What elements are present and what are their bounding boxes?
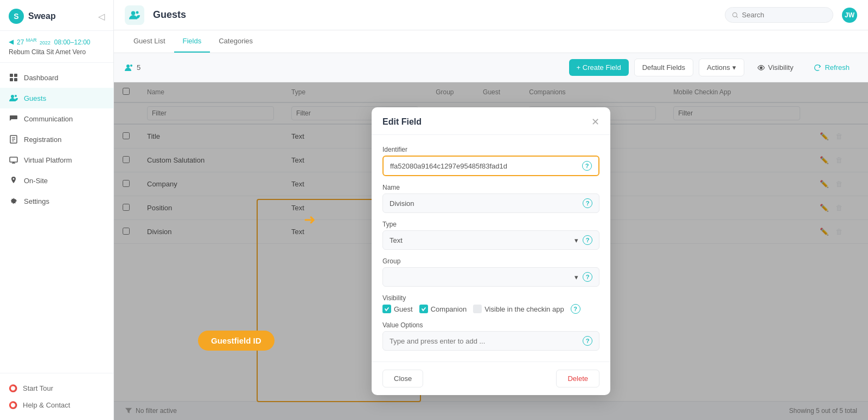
tabs-area: Guest List Fields Categories xyxy=(114,30,868,53)
identifier-group: Identifier ? xyxy=(382,146,599,176)
logo-text: Sweap xyxy=(28,11,56,21)
checkin-checkbox[interactable] xyxy=(473,305,482,313)
type-select[interactable]: Text ▾ ? xyxy=(382,230,599,250)
sidebar-logo: S Sweap xyxy=(9,9,56,24)
visibility-group: Visibility Guest xyxy=(382,294,599,314)
refresh-icon xyxy=(814,64,821,72)
svg-rect-2 xyxy=(10,78,13,81)
guest-count: 5 xyxy=(125,63,141,72)
modal-footer: Close Delete xyxy=(372,361,610,395)
sidebar-item-label: Communication xyxy=(24,115,73,123)
sidebar-back-button[interactable]: ◀ 27 MAR 2022 08:00–12:00 xyxy=(9,37,105,46)
default-fields-button[interactable]: Default Fields xyxy=(634,59,693,76)
sidebar-item-label: Settings xyxy=(24,197,49,205)
type-value: Text xyxy=(390,236,403,244)
sidebar-item-label: On-Site xyxy=(24,177,48,185)
checkin-checkbox-label[interactable]: Visible in the checkin app xyxy=(473,305,564,313)
top-header: Guests JW xyxy=(114,0,868,30)
toolbar: 5 + Create Field Default Fields Actions … xyxy=(114,53,868,82)
identifier-help-icon[interactable]: ? xyxy=(582,161,592,171)
tab-guest-list[interactable]: Guest List xyxy=(125,30,174,53)
svg-point-18 xyxy=(130,64,132,67)
sidebar-item-on-site[interactable]: On-Site xyxy=(0,170,113,191)
guestfield-id-badge[interactable]: Guestfield ID xyxy=(198,331,275,351)
create-field-button[interactable]: + Create Field xyxy=(569,59,629,76)
value-options-field: ? xyxy=(382,331,599,351)
close-modal-button[interactable]: Close xyxy=(382,370,423,387)
start-tour-button[interactable]: ⭕ Start Tour xyxy=(9,380,105,397)
logo-icon: S xyxy=(9,9,24,24)
search-input[interactable] xyxy=(742,11,826,19)
modal-overlay[interactable]: Edit Field ✕ Identifier ? Name xyxy=(114,82,868,420)
name-help-icon[interactable]: ? xyxy=(583,198,592,208)
help-icon: ⭕ xyxy=(9,401,17,409)
modal-title: Edit Field xyxy=(382,117,422,127)
chevron-down-icon: ▾ xyxy=(575,236,578,244)
sidebar-collapse-button[interactable]: ◁ xyxy=(98,11,105,22)
sidebar-item-label: Dashboard xyxy=(24,74,59,82)
event-name: Rebum Clita Sit Amet Vero xyxy=(9,48,105,56)
companion-checkbox[interactable] xyxy=(419,305,428,313)
name-group: Name ? xyxy=(382,184,599,213)
delete-field-button[interactable]: Delete xyxy=(556,370,599,387)
actions-button[interactable]: Actions ▾ xyxy=(699,59,744,76)
group-label: Group xyxy=(382,257,599,265)
svg-line-16 xyxy=(736,16,738,17)
sidebar: S Sweap ◁ ◀ 27 MAR 2022 08:00–12:00 Rebu… xyxy=(0,0,114,420)
guest-checkbox-text: Guest xyxy=(394,305,413,313)
identifier-label: Identifier xyxy=(382,146,599,153)
visibility-help-icon[interactable]: ? xyxy=(571,304,580,314)
sidebar-item-label: Virtual Platform xyxy=(24,156,72,164)
refresh-button[interactable]: Refresh xyxy=(806,59,857,76)
guest-count-icon xyxy=(125,63,133,72)
svg-rect-3 xyxy=(14,78,17,81)
guest-checkbox-label[interactable]: Guest xyxy=(382,305,413,313)
help-contact-button[interactable]: ⭕ Help & Contact xyxy=(9,397,105,413)
visibility-row: Guest Companion Visible in the checkin xyxy=(382,304,599,314)
svg-point-4 xyxy=(11,95,14,98)
on-site-icon xyxy=(9,176,18,185)
modal-body: Identifier ? Name ? xyxy=(372,135,610,361)
back-icon: ◀ xyxy=(9,38,14,46)
name-field: ? xyxy=(382,193,599,213)
visibility-button[interactable]: Visibility xyxy=(750,59,801,76)
svg-rect-10 xyxy=(10,157,17,162)
group-help-icon[interactable]: ? xyxy=(583,272,592,282)
sidebar-item-guests[interactable]: Guests xyxy=(0,88,113,108)
sidebar-item-settings[interactable]: Settings xyxy=(0,191,113,211)
sidebar-item-dashboard[interactable]: Dashboard xyxy=(0,67,113,88)
type-help-icon[interactable]: ? xyxy=(583,235,592,245)
companion-checkbox-label[interactable]: Companion xyxy=(419,305,467,313)
modal-header: Edit Field ✕ xyxy=(372,107,610,135)
tab-categories[interactable]: Categories xyxy=(210,30,261,53)
tooltip-arrow: ➜ xyxy=(304,211,316,228)
chevron-down-icon: ▾ xyxy=(732,63,736,72)
tab-fields[interactable]: Fields xyxy=(174,30,210,53)
dashboard-icon xyxy=(9,73,18,82)
actions-label: Actions xyxy=(707,63,730,72)
value-options-group: Value Options ? xyxy=(382,321,599,351)
svg-point-17 xyxy=(126,64,130,68)
value-options-help-icon[interactable]: ? xyxy=(583,336,592,346)
sidebar-item-registration[interactable]: Registration xyxy=(0,129,113,150)
group-group: Group ▾ ? xyxy=(382,257,599,287)
modal-close-button[interactable]: ✕ xyxy=(591,116,599,128)
guest-checkbox[interactable] xyxy=(382,305,391,313)
svg-rect-1 xyxy=(14,74,17,77)
value-options-input[interactable] xyxy=(390,337,578,345)
type-label: Type xyxy=(382,221,599,228)
identifier-input[interactable] xyxy=(390,162,578,170)
name-input[interactable] xyxy=(390,199,578,208)
table-area: Name Type Group Guest Companions Mobile … xyxy=(114,82,868,420)
sidebar-footer: ⭕ Start Tour ⭕ Help & Contact xyxy=(0,373,113,420)
page-title: Guests xyxy=(153,9,716,21)
sidebar-item-virtual-platform[interactable]: Virtual Platform xyxy=(0,150,113,170)
sidebar-item-communication[interactable]: Communication xyxy=(0,108,113,129)
svg-point-5 xyxy=(15,95,17,97)
group-select[interactable]: ▾ ? xyxy=(382,267,599,287)
type-group: Type Text ▾ ? xyxy=(382,221,599,250)
user-avatar: JW xyxy=(842,8,857,23)
communication-icon xyxy=(9,114,18,124)
search-bar[interactable] xyxy=(725,7,833,23)
refresh-label: Refresh xyxy=(825,63,850,72)
